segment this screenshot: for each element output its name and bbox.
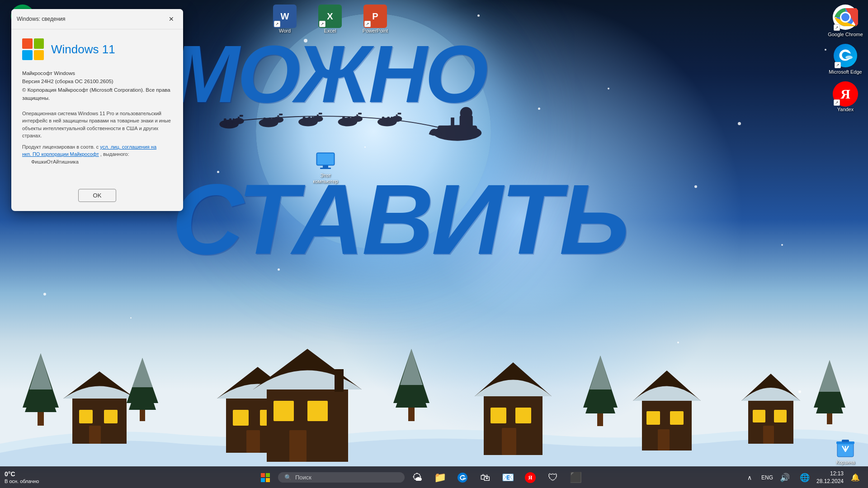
chrome-icon[interactable]: ↗ Google Chrome — [827, 5, 863, 38]
info-line4: защищены. — [22, 94, 172, 102]
taskbar-store-icon[interactable]: 🛍 — [475, 468, 495, 488]
taskbar-explorer-icon[interactable]: 📁 — [430, 468, 450, 488]
windows-logo — [22, 38, 44, 60]
svg-rect-77 — [491, 408, 506, 423]
text-stavit: СТАВИТЬ — [172, 163, 627, 277]
svg-rect-86 — [646, 411, 660, 425]
reindeer-silhouette — [176, 90, 484, 149]
svg-rect-114 — [266, 478, 270, 482]
taskbar-mail-icon[interactable]: 📧 — [498, 468, 518, 488]
svg-marker-55 — [29, 353, 52, 389]
search-placeholder: Поиск — [295, 474, 311, 481]
svg-rect-58 — [140, 410, 145, 421]
svg-rect-82 — [597, 413, 603, 426]
dialog-info: Майкрософт Windows Версия 24H2 (сборка О… — [22, 69, 172, 103]
svg-rect-49 — [79, 410, 93, 423]
svg-rect-2 — [451, 117, 454, 131]
word-icon[interactable]: W ↗ Word — [267, 5, 303, 34]
svg-point-19 — [273, 117, 283, 123]
right-icons-column: ↗ Google Chrome ↗ — [827, 5, 863, 113]
dialog-header-title: Windows 11 — [51, 42, 115, 56]
svg-point-116 — [462, 478, 466, 479]
win-logo-q3 — [22, 50, 33, 61]
search-icon: 🔍 — [284, 474, 292, 481]
license-link2[interactable]: нкп. ПО корпорации Майкрософт — [22, 151, 99, 157]
svg-rect-34 — [345, 118, 347, 125]
svg-rect-5 — [461, 117, 471, 126]
dialog-content: Windows 11 Майкрософт Windows Версия 24H… — [11, 29, 183, 183]
svg-point-103 — [845, 56, 853, 59]
svg-rect-67 — [274, 401, 294, 421]
network-icon[interactable]: 🌐 — [797, 468, 813, 488]
yandex-icon[interactable]: Я ↗ Yandex — [827, 81, 863, 113]
svg-rect-13 — [240, 115, 243, 117]
svg-rect-69 — [289, 430, 307, 462]
dialog-footer: OK — [11, 183, 183, 211]
svg-rect-91 — [753, 410, 765, 422]
taskbar-yandex-taskbar-icon[interactable]: Я — [520, 468, 540, 488]
powerpoint-icon[interactable]: P ↗ PowerPoint — [357, 5, 393, 34]
language-indicator[interactable]: ENG — [761, 474, 773, 481]
svg-rect-65 — [267, 389, 348, 462]
svg-rect-23 — [303, 117, 306, 124]
svg-rect-29 — [319, 113, 322, 114]
edge-icon[interactable]: ↗ Microsoft Edge — [827, 44, 863, 75]
svg-rect-10 — [227, 120, 229, 127]
taskbar-center: 🔍 Поиск 🌤 📁 🛍 📧 — [99, 468, 741, 488]
license-prefix: Продукт лицензирован в соотв. с — [22, 144, 99, 150]
dialog-close-button[interactable]: ✕ — [165, 13, 178, 25]
edge-label: Microsoft Edge — [829, 69, 862, 75]
svg-rect-37 — [358, 113, 362, 114]
svg-rect-110 — [842, 440, 849, 442]
clock-time: 12:13 — [816, 470, 844, 478]
excel-icon[interactable]: X ↗ Excel — [312, 5, 348, 34]
word-label: Word — [279, 28, 291, 34]
license-link1[interactable]: усл. лиц. соглашения на — [100, 144, 156, 150]
svg-rect-88 — [658, 429, 670, 450]
taskbar-antivirus-icon[interactable]: 🛡 — [543, 468, 563, 488]
svg-rect-8 — [229, 118, 232, 126]
svg-marker-97 — [819, 360, 840, 392]
svg-rect-87 — [670, 411, 684, 425]
svg-rect-105 — [317, 154, 334, 164]
this-computer-icon[interactable]: Этот компьютер — [307, 149, 344, 184]
svg-rect-28 — [317, 114, 319, 116]
svg-rect-54 — [38, 412, 44, 426]
notifications-icon[interactable]: 🔔 — [847, 468, 863, 488]
recycle-bin-label: Корзина — [836, 460, 855, 465]
svg-rect-32 — [348, 117, 350, 124]
license-suffix: , выданного: — [100, 151, 129, 157]
taskbar-edge-icon[interactable] — [453, 468, 472, 488]
dialog-license: Продукт лицензирован в соотв. с усл. лиц… — [22, 143, 172, 166]
search-bar[interactable]: 🔍 Поиск — [278, 472, 405, 483]
volume-icon[interactable]: 🔊 — [777, 468, 793, 488]
svg-rect-78 — [515, 408, 531, 423]
yandex-label: Yandex — [837, 107, 854, 113]
weather-widget[interactable]: 0°C В осн. облачно — [5, 470, 39, 484]
taskbar-terminal-icon[interactable]: ⬛ — [566, 468, 585, 488]
svg-rect-21 — [279, 113, 283, 115]
dialog-header: Windows 11 — [22, 38, 172, 60]
svg-rect-113 — [261, 478, 265, 482]
dialog-username: ФишкиОтАйтишника — [22, 159, 79, 164]
svg-rect-68 — [307, 401, 328, 421]
start-button[interactable] — [255, 468, 275, 488]
taskbar-weather-icon[interactable]: 🌤 — [407, 468, 427, 488]
this-computer-label: Этот компьютер — [307, 173, 344, 184]
tray-arrow-icon[interactable]: ∧ — [741, 468, 758, 488]
recycle-bin-icon[interactable]: Корзина — [827, 436, 863, 465]
win-logo-q2 — [34, 38, 44, 49]
svg-rect-26 — [306, 118, 308, 125]
svg-rect-111 — [261, 473, 265, 477]
svg-marker-83 — [590, 356, 611, 389]
taskbar-left: 0°C В осн. облачно — [0, 470, 99, 484]
powerpoint-label: PowerPoint — [363, 28, 388, 34]
svg-rect-40 — [387, 117, 390, 124]
ok-button[interactable]: OK — [78, 189, 117, 202]
chrome-label: Google Chrome — [828, 32, 863, 38]
svg-point-43 — [392, 116, 402, 122]
time-date[interactable]: 12:13 28.12.2024 — [816, 470, 844, 485]
dialog-title: Windows: сведения — [17, 16, 66, 22]
svg-rect-42 — [384, 118, 387, 125]
dialog-legal: Операционная система Windows 11 Pro и по… — [22, 110, 172, 140]
